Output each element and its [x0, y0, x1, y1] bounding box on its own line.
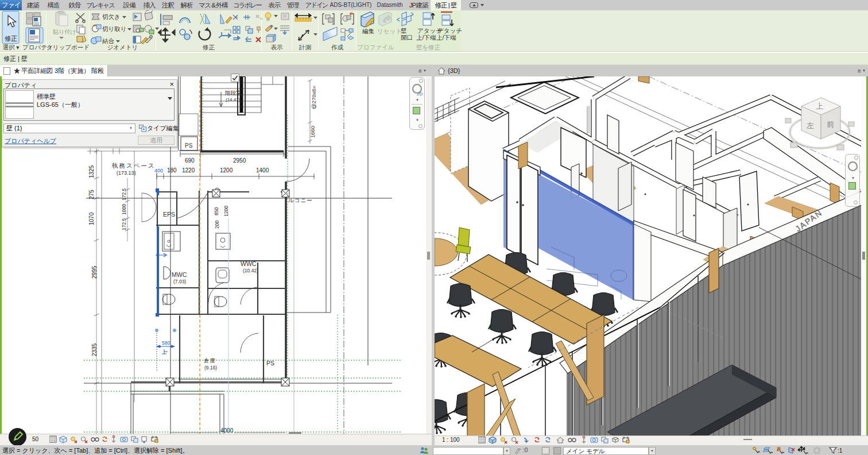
svg-text:MWC: MWC: [172, 271, 187, 278]
svg-text:400: 400: [154, 168, 163, 173]
svg-text:1000: 1000: [121, 204, 127, 215]
svg-text:結合: 結合: [102, 37, 115, 44]
svg-text:切り取り: 切り取り: [102, 25, 127, 32]
svg-text:上/下端: 上/下端: [436, 34, 456, 41]
svg-text:1220: 1220: [182, 167, 195, 173]
svg-text:580: 580: [162, 340, 170, 346]
svg-text:200: 200: [214, 221, 220, 229]
svg-text:275: 275: [88, 190, 95, 199]
svg-text:@270x6=: @270x6=: [311, 85, 317, 109]
svg-text:壁: 壁: [401, 27, 407, 34]
svg-text:階段室: 階段室: [225, 90, 242, 96]
svg-text:172.5: 172.5: [121, 188, 127, 200]
svg-text:(14.47): (14.47): [226, 97, 241, 102]
svg-text:前: 前: [827, 120, 834, 129]
svg-text:(9.16): (9.16): [204, 365, 217, 371]
svg-text:ルコニー: ルコニー: [288, 197, 313, 203]
svg-text:(7.03): (7.03): [173, 279, 186, 284]
svg-text:1660: 1660: [309, 126, 316, 138]
svg-text:切欠き: 切欠き: [102, 13, 121, 20]
svg-text:2995: 2995: [91, 265, 98, 279]
svg-text:貼り付け: 貼り付け: [53, 29, 76, 35]
svg-text:EPS: EPS: [163, 211, 175, 218]
svg-text:1400: 1400: [256, 167, 269, 173]
svg-text:デタッチ: デタッチ: [437, 27, 462, 34]
svg-text:172.5: 172.5: [121, 218, 127, 230]
svg-text:執務スペース: 執務スペース: [112, 162, 156, 169]
svg-text:690: 690: [185, 157, 195, 164]
svg-text:PS: PS: [185, 142, 193, 149]
svg-text:上/下端: 上/下端: [416, 34, 436, 41]
svg-text:180: 180: [167, 167, 177, 173]
svg-text:編集: 編集: [362, 28, 375, 34]
svg-text:リセット: リセット: [377, 28, 402, 34]
svg-text:1200: 1200: [223, 206, 229, 217]
svg-text:850: 850: [214, 207, 219, 215]
svg-text:(173.13): (173.13): [117, 170, 136, 176]
svg-text:(10.42): (10.42): [243, 268, 258, 273]
svg-text:上: 上: [816, 102, 823, 110]
svg-text:1070: 1070: [88, 212, 95, 225]
svg-text:1325: 1325: [88, 165, 95, 178]
svg-text:1200: 1200: [220, 167, 233, 173]
svg-text:左: 左: [807, 121, 814, 130]
svg-text:2950: 2950: [233, 157, 246, 164]
svg-text:修正: 修正: [5, 35, 17, 42]
svg-text:2335: 2335: [91, 343, 98, 356]
svg-text:PS: PS: [266, 360, 274, 367]
svg-text:4000: 4000: [220, 427, 234, 434]
svg-text::1: :1: [838, 448, 843, 454]
svg-text:開口: 開口: [401, 34, 413, 41]
